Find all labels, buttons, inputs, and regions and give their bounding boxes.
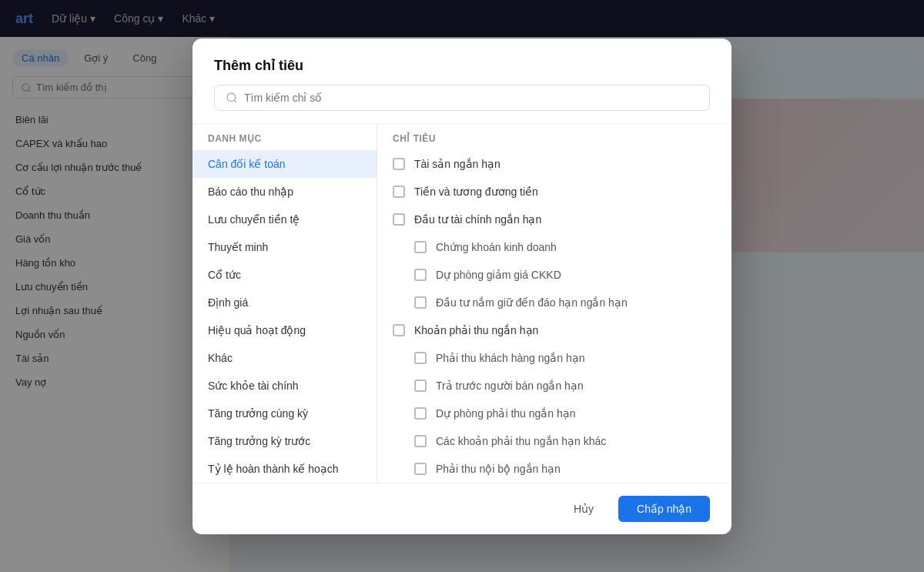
modal-title: Thêm chỉ tiêu bbox=[214, 57, 710, 74]
metric-item-cac-khoan-phai-thu-khac[interactable]: Các khoản phải thu ngắn hạn khác bbox=[377, 427, 732, 455]
checkbox-dau-tu-nam-giu-den-dao-han[interactable] bbox=[414, 296, 427, 309]
cancel-button[interactable]: Hủy bbox=[558, 496, 609, 522]
category-item-khac[interactable]: Khác bbox=[192, 344, 377, 372]
modal-search-box[interactable] bbox=[214, 85, 710, 111]
metric-label-tai-san-ngan-han: Tài sản ngắn hạn bbox=[414, 158, 500, 170]
modal-header: Thêm chỉ tiêu bbox=[192, 38, 732, 124]
modal-search-icon bbox=[226, 92, 238, 104]
metric-label-du-phong-giam-gia-ckkd: Dự phòng giảm giá CKKD bbox=[436, 269, 561, 281]
checkbox-phai-thu-khach-hang-ngan-han[interactable] bbox=[414, 352, 427, 364]
checkbox-tra-truoc-nguoi-ban-ngan-han[interactable] bbox=[414, 380, 427, 392]
metric-item-chung-khoan-kinh-doanh[interactable]: Chứng khoán kinh doanh bbox=[377, 233, 732, 261]
metric-item-phai-thu-noi-bo-ngan-han[interactable]: Phải thu nội bộ ngắn hạn bbox=[377, 455, 732, 483]
metrics-list: Tài sản ngắn hạnTiền và tương đương tiền… bbox=[377, 150, 732, 483]
checkbox-du-phong-giam-gia-ckkd[interactable] bbox=[414, 269, 427, 281]
metric-item-du-phong-phai-thu-ngan-han[interactable]: Dự phòng phải thu ngắn hạn bbox=[377, 400, 732, 427]
modal-footer: Hủy Chấp nhận bbox=[192, 483, 732, 534]
metric-label-du-phong-phai-thu-ngan-han: Dự phòng phải thu ngắn hạn bbox=[436, 407, 576, 420]
category-item-dinh-gia[interactable]: Định giá bbox=[192, 289, 377, 316]
svg-line-3 bbox=[234, 100, 236, 102]
category-item-suc-khoe-tai-chinh[interactable]: Sức khỏe tài chính bbox=[192, 372, 377, 400]
metric-item-dau-tu-nam-giu-den-dao-han[interactable]: Đầu tư nắm giữ đến đáo hạn ngắn hạn bbox=[377, 289, 732, 316]
metric-label-tien-va-tuong-duong: Tiền và tương đương tiền bbox=[414, 186, 538, 198]
category-item-thuyet-minh[interactable]: Thuyết minh bbox=[192, 233, 377, 261]
metrics-panel: Chỉ tiêu Tài sản ngắn hạnTiền và tương đ… bbox=[377, 124, 732, 483]
svg-point-2 bbox=[227, 93, 236, 102]
checkbox-tien-va-tuong-duong[interactable] bbox=[393, 186, 405, 198]
category-item-hieu-qua-hoat-dong[interactable]: Hiệu quả hoạt động bbox=[192, 316, 377, 344]
metric-item-du-phong-giam-gia-ckkd[interactable]: Dự phòng giảm giá CKKD bbox=[377, 261, 732, 289]
add-metric-modal: Thêm chỉ tiêu Danh mục Cân đối kế toánBá… bbox=[192, 38, 732, 534]
checkbox-tai-san-ngan-han[interactable] bbox=[393, 158, 405, 170]
checkbox-du-phong-phai-thu-ngan-han[interactable] bbox=[414, 407, 427, 420]
metric-item-tra-truoc-nguoi-ban-ngan-han[interactable]: Trả trước người bán ngắn hạn bbox=[377, 372, 732, 400]
metric-label-khoan-phai-thu-ngan-han: Khoản phải thu ngắn hạn bbox=[414, 324, 538, 336]
category-item-ty-le-hoan-thanh[interactable]: Tỷ lệ hoàn thành kế hoạch bbox=[192, 455, 377, 483]
checkbox-dau-tu-tai-chinh-ngan-han[interactable] bbox=[393, 213, 405, 226]
metric-label-phai-thu-noi-bo-ngan-han: Phải thu nội bộ ngắn hạn bbox=[436, 463, 561, 475]
modal-search-input[interactable] bbox=[244, 92, 698, 104]
metric-item-khoan-phai-thu-ngan-han[interactable]: Khoản phải thu ngắn hạn bbox=[377, 316, 732, 344]
metric-label-tra-truoc-nguoi-ban-ngan-han: Trả trước người bán ngắn hạn bbox=[436, 380, 584, 392]
category-item-co-tuc[interactable]: Cổ tức bbox=[192, 261, 377, 289]
checkbox-khoan-phai-thu-ngan-han[interactable] bbox=[393, 324, 405, 336]
category-item-bao-cao-thu-nhap[interactable]: Báo cáo thu nhập bbox=[192, 178, 377, 206]
modal-overlay: Thêm chỉ tiêu Danh mục Cân đối kế toánBá… bbox=[0, 0, 924, 572]
metric-label-dau-tu-tai-chinh-ngan-han: Đầu tư tài chính ngắn hạn bbox=[414, 213, 541, 226]
checkbox-chung-khoan-kinh-doanh[interactable] bbox=[414, 241, 427, 253]
category-item-tang-truong-ky-truoc[interactable]: Tăng trưởng kỳ trước bbox=[192, 427, 377, 455]
confirm-button[interactable]: Chấp nhận bbox=[618, 496, 710, 522]
modal-body: Danh mục Cân đối kế toánBáo cáo thu nhập… bbox=[192, 124, 732, 483]
category-list: Cân đối kế toánBáo cáo thu nhậpLưu chuyể… bbox=[192, 150, 377, 483]
category-header: Danh mục bbox=[192, 124, 377, 150]
metric-label-cac-khoan-phai-thu-khac: Các khoản phải thu ngắn hạn khác bbox=[436, 435, 606, 447]
category-panel: Danh mục Cân đối kế toánBáo cáo thu nhập… bbox=[192, 124, 377, 483]
category-item-luu-chuyen-tien-te[interactable]: Lưu chuyển tiền tệ bbox=[192, 206, 377, 233]
metric-label-dau-tu-nam-giu-den-dao-han: Đầu tư nắm giữ đến đáo hạn ngắn hạn bbox=[436, 296, 628, 309]
checkbox-phai-thu-noi-bo-ngan-han[interactable] bbox=[414, 463, 427, 475]
metric-item-tai-san-ngan-han[interactable]: Tài sản ngắn hạn bbox=[377, 150, 732, 178]
metric-label-phai-thu-khach-hang-ngan-han: Phải thu khách hàng ngắn hạn bbox=[436, 352, 585, 364]
metric-item-tien-va-tuong-duong[interactable]: Tiền và tương đương tiền bbox=[377, 178, 732, 206]
metric-item-dau-tu-tai-chinh-ngan-han[interactable]: Đầu tư tài chính ngắn hạn bbox=[377, 206, 732, 233]
metric-label-chung-khoan-kinh-doanh: Chứng khoán kinh doanh bbox=[436, 241, 557, 253]
metrics-header: Chỉ tiêu bbox=[377, 124, 732, 150]
checkbox-cac-khoan-phai-thu-khac[interactable] bbox=[414, 435, 427, 447]
category-item-can-doi-ke-toan[interactable]: Cân đối kế toán bbox=[192, 150, 377, 178]
category-item-tang-truong-cung-ky[interactable]: Tăng trưởng cùng kỳ bbox=[192, 400, 377, 427]
metric-item-phai-thu-khach-hang-ngan-han[interactable]: Phải thu khách hàng ngắn hạn bbox=[377, 344, 732, 372]
